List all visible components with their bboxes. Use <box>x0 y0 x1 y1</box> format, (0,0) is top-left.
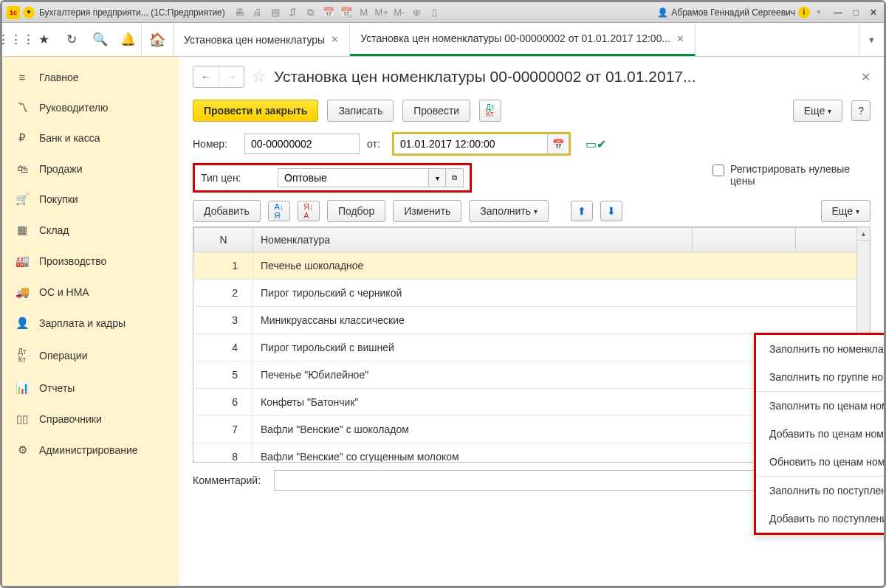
post-button[interactable]: Провести <box>402 100 470 122</box>
zoom-m-icon[interactable]: M <box>358 7 370 18</box>
col-price-header[interactable] <box>693 228 796 252</box>
user-name: Абрамов Геннадий Сергеевич <box>671 7 795 18</box>
apps-icon[interactable]: ⋮⋮⋮ <box>8 32 23 47</box>
change-button[interactable]: Изменить <box>393 200 461 222</box>
help-icon[interactable]: ⊕ <box>411 7 423 18</box>
add-button[interactable]: Добавить <box>193 200 261 222</box>
sidebar-item-bank[interactable]: ₽Банк и касса <box>2 125 179 151</box>
tab-2-close-icon[interactable]: ✕ <box>676 33 684 44</box>
back-button[interactable]: ← <box>193 66 219 87</box>
tab-2[interactable]: Установка цен номенклатуры 00-00000002 о… <box>350 23 696 56</box>
tab-1-close-icon[interactable]: ✕ <box>331 34 339 45</box>
close-button[interactable]: ✕ <box>868 7 879 18</box>
date-input[interactable] <box>394 134 547 154</box>
calc-icon[interactable]: ⧉ <box>305 7 317 18</box>
document-close-icon[interactable]: ✕ <box>861 70 870 84</box>
more-button[interactable]: Еще ▾ <box>793 100 843 122</box>
zoom-mplus-icon[interactable]: M+ <box>376 7 388 18</box>
table-row[interactable]: 2Пирог тирольский с черникой <box>194 280 870 307</box>
price-type-dropdown-icon[interactable]: ▾ <box>428 168 446 187</box>
user-icon: 👤 <box>657 7 668 18</box>
content: ← → ☆ Установка цен номенклатуры 00-0000… <box>179 57 884 586</box>
zero-prices-checkbox-input[interactable] <box>712 165 724 176</box>
info-icon[interactable]: i <box>798 7 810 18</box>
date-icon[interactable]: 📆 <box>340 7 352 18</box>
history-icon[interactable]: ↻ <box>64 32 79 47</box>
favorite-icon[interactable]: ☆ <box>252 67 267 86</box>
sort-asc-button[interactable]: А↓Я <box>268 201 290 221</box>
pick-button[interactable]: Подбор <box>327 200 385 222</box>
bell-icon[interactable]: 🔔 <box>120 32 135 47</box>
menu-fill-by-item[interactable]: Заполнить по номенклатуре <box>756 335 884 363</box>
sort-desc-button[interactable]: Я↓А <box>298 201 320 221</box>
home-button[interactable]: 🏠 <box>141 23 174 56</box>
status-ok-icon[interactable]: ▭✔ <box>585 137 606 151</box>
cell-n: 4 <box>194 334 253 362</box>
post-and-close-button[interactable]: Провести и закрыть <box>193 100 318 122</box>
sidebar-item-admin[interactable]: ⚙Администрирование <box>2 437 179 463</box>
cell-n: 1 <box>194 252 253 280</box>
gear-icon: ⚙ <box>16 443 29 457</box>
chevron-down-icon: ▾ <box>828 107 831 115</box>
save-button[interactable]: Записать <box>327 100 394 122</box>
sidebar-item-salary[interactable]: 👤Зарплата и кадры <box>2 310 179 336</box>
price-type-input[interactable] <box>278 168 428 187</box>
sidebar-item-main[interactable]: ≡Главное <box>2 64 179 90</box>
fill-button[interactable]: Заполнить ▾ <box>469 200 549 222</box>
nav-buttons: ← → <box>193 66 244 88</box>
price-type-open-icon[interactable]: ⧉ <box>446 168 464 187</box>
price-type-label: Тип цен: <box>201 172 267 184</box>
maximize-button[interactable]: □ <box>850 7 862 18</box>
app-menu-icon[interactable]: ▼ <box>23 7 35 18</box>
sidebar-item-reports[interactable]: 📊Отчеты <box>2 375 179 401</box>
calendar-button[interactable]: 📅 <box>547 134 569 154</box>
move-down-button[interactable]: ⬇ <box>600 201 622 221</box>
minimize-button[interactable]: — <box>832 7 844 18</box>
menu-fill-by-group[interactable]: Заполнить по группе номенклатуры <box>756 363 884 391</box>
doc-icon[interactable]: ▤ <box>269 7 281 18</box>
tab-menu-button[interactable]: ▼ <box>859 23 884 56</box>
number-input[interactable]: 00-00000002 <box>244 134 360 154</box>
app-logo-icon: 1c <box>7 6 20 19</box>
calendar-icon[interactable]: 📅 <box>323 7 334 18</box>
info-dropdown-icon[interactable]: ▼ <box>813 7 825 18</box>
menu-fill-by-prices[interactable]: Заполнить по ценам номенклатуры <box>756 391 884 420</box>
dtkt-button[interactable]: ДтКт <box>479 100 501 122</box>
forward-button[interactable]: → <box>219 66 244 87</box>
tab-1[interactable]: Установка цен номенклатуры ✕ <box>174 23 350 56</box>
move-up-button[interactable]: ⬆ <box>571 201 593 221</box>
table-row[interactable]: 3Миникруассаны классические <box>194 307 870 334</box>
print-icon[interactable]: 🖶 <box>234 7 246 18</box>
table-row[interactable]: 1Печенье шоколадное <box>194 252 870 280</box>
table-more-button[interactable]: Еще ▾ <box>821 200 871 222</box>
zoom-mminus-icon[interactable]: M- <box>394 7 405 18</box>
sidebar-item-manager[interactable]: 〽Руководителю <box>2 94 179 120</box>
zero-prices-checkbox[interactable]: Регистрировать нулевые цены <box>712 163 870 187</box>
sidebar-item-catalogs[interactable]: ▯▯Справочники <box>2 406 179 432</box>
sidebar-item-stock[interactable]: ▦Склад <box>2 217 179 243</box>
sidebar-item-production[interactable]: 🏭Производство <box>2 248 179 274</box>
sidebar-item-assets[interactable]: 🚚ОС и НМА <box>2 279 179 305</box>
sidebar-item-sales[interactable]: 🛍Продажи <box>2 156 179 181</box>
cell-name: Миникруассаны классические <box>253 307 693 334</box>
print2-icon[interactable]: 🖨 <box>252 7 264 18</box>
scroll-up-icon[interactable]: ▲ <box>857 227 870 241</box>
compare-icon[interactable]: ⇵ <box>287 7 299 18</box>
menu-add-by-prices[interactable]: Добавить по ценам номенклатуры <box>756 420 884 448</box>
col-name-header[interactable]: Номенклатура <box>253 228 693 252</box>
date-field-highlight: 📅 <box>392 132 571 156</box>
star-icon[interactable]: ★ <box>36 32 51 47</box>
chevron-down-icon: ▾ <box>534 207 538 215</box>
search-icon[interactable]: 🔍 <box>92 32 107 47</box>
menu-update-by-prices[interactable]: Обновить по ценам номенклатуры <box>756 448 884 476</box>
chevron-down-icon: ▾ <box>856 207 859 215</box>
cell-name: Вафли "Венские" со сгущенным молоком <box>253 443 693 463</box>
col-n-header[interactable]: N <box>194 228 253 252</box>
sidebar-item-operations[interactable]: ДтКтОперации <box>2 341 179 370</box>
user-label[interactable]: 👤 Абрамов Геннадий Сергеевич <box>657 7 795 18</box>
menu-fill-by-receipt[interactable]: Заполнить по поступлению <box>756 476 884 505</box>
sidebar-item-purchases[interactable]: 🛒Покупки <box>2 186 179 212</box>
panel-icon[interactable]: ▯ <box>429 7 441 18</box>
help-button[interactable]: ? <box>851 100 870 121</box>
menu-add-by-receipt[interactable]: Добавить по поступлению <box>756 505 884 533</box>
